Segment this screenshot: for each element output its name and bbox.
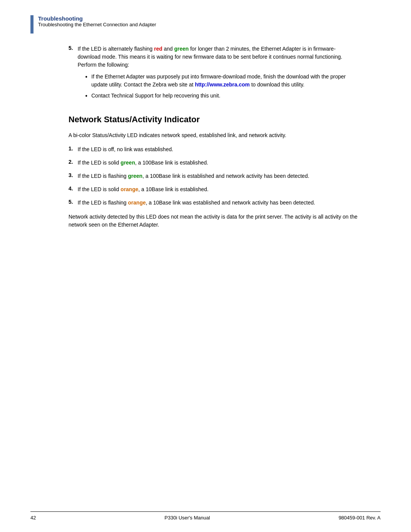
- item5-text-between: and: [162, 46, 174, 52]
- activity-num-3: 3.: [68, 172, 78, 178]
- footer-part-number: 980459-001 Rev. A: [339, 515, 381, 521]
- item5-red-word: red: [154, 46, 162, 52]
- item5-text: If the LED is alternately flashing red a…: [78, 45, 358, 103]
- activity-text-1: If the LED is off, no link was establish…: [78, 145, 358, 153]
- activity-num-5: 5.: [68, 199, 78, 205]
- bullet-text-1: If the Ethernet Adapter was purposely pu…: [91, 73, 358, 89]
- activity-num-1: 1.: [68, 145, 78, 152]
- page-container: Troubleshooting Troubleshooting the Ethe…: [0, 0, 411, 532]
- item5-bullets: • If the Ethernet Adapter was purposely …: [85, 73, 358, 100]
- section-intro: A bi-color Status/Activity LED indicates…: [68, 131, 358, 139]
- item5-text-before-red: If the LED is alternately flashing: [78, 46, 154, 52]
- item5-green-word: green: [174, 46, 189, 52]
- activity-item-4: 4. If the LED is solid orange, a 10Base …: [68, 185, 358, 193]
- green-word-2: green: [121, 160, 135, 166]
- orange-word-5: orange: [128, 200, 146, 206]
- bullet-item-2: • Contact Technical Support for help rec…: [85, 92, 358, 100]
- activity-num-2: 2.: [68, 159, 78, 165]
- bullet1-after-link: to download this utility.: [250, 81, 304, 88]
- activity-text-5: If the LED is flashing orange, a 10Base …: [78, 199, 358, 207]
- section-heading: Network Status/Activity Indicator: [68, 115, 358, 125]
- zebra-link[interactable]: http://www.zebra.com: [195, 81, 250, 88]
- page-footer: 42 P330i User's Manual 980459-001 Rev. A: [30, 511, 381, 521]
- footer-page-number: 42: [30, 515, 36, 521]
- footer-manual-title: P330i User's Manual: [164, 515, 210, 521]
- activity-text-4: If the LED is solid orange, a 10Base lin…: [78, 185, 358, 193]
- bullet-item-1: • If the Ethernet Adapter was purposely …: [85, 73, 358, 89]
- activity-text-2: If the LED is solid green, a 100Base lin…: [78, 159, 358, 167]
- header-subtitle: Troubleshooting the Ethernet Connection …: [38, 22, 156, 27]
- activity-item-2: 2. If the LED is solid green, a 100Base …: [68, 159, 358, 167]
- bullet-dot-1: •: [85, 73, 91, 81]
- activity-item-1: 1. If the LED is off, no link was establ…: [68, 145, 358, 153]
- item5-number: 5.: [68, 45, 78, 51]
- activity-item-5: 5. If the LED is flashing orange, a 10Ba…: [68, 199, 358, 207]
- bullet-text-2: Contact Technical Support for help recov…: [91, 92, 358, 100]
- led-item-5: 5. If the LED is alternately flashing re…: [68, 45, 358, 103]
- activity-text-3: If the LED is flashing green, a 100Base …: [78, 172, 358, 180]
- main-content: 5. If the LED is alternately flashing re…: [30, 45, 381, 229]
- activity-item-3: 3. If the LED is flashing green, a 100Ba…: [68, 172, 358, 180]
- closing-paragraph: Network activity detected by this LED do…: [68, 213, 358, 229]
- header-title: Troubleshooting: [38, 15, 156, 22]
- bullet-dot-2: •: [85, 92, 91, 100]
- header-text: Troubleshooting Troubleshooting the Ethe…: [38, 15, 156, 27]
- header-section: Troubleshooting Troubleshooting the Ethe…: [30, 15, 381, 34]
- blue-bar-decoration: [30, 15, 33, 34]
- activity-num-4: 4.: [68, 185, 78, 192]
- green-word-3: green: [128, 173, 142, 179]
- orange-word-4: orange: [121, 186, 139, 192]
